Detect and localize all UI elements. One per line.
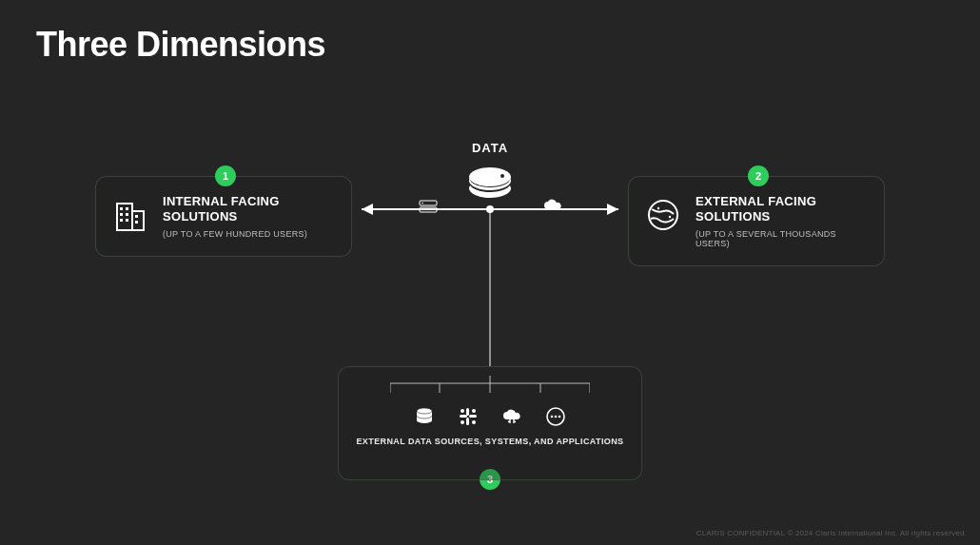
svg-point-9	[469, 167, 511, 186]
svg-rect-24	[135, 221, 138, 224]
footer-copyright: CLARIS CONFIDENTIAL © 2024 Claris Intern…	[696, 529, 967, 537]
svg-point-14	[421, 209, 423, 211]
svg-rect-18	[126, 207, 128, 210]
svg-rect-19	[120, 213, 123, 216]
svg-rect-15	[117, 204, 132, 230]
card-text: EXTERNAL FACING SOLUTIONS (UP TO A SEVER…	[696, 194, 869, 248]
svg-point-41	[559, 416, 561, 418]
svg-point-13	[421, 203, 423, 204]
cloud-icon	[542, 198, 563, 213]
svg-point-10	[500, 174, 504, 178]
svg-rect-21	[120, 219, 123, 222]
svg-point-26	[657, 207, 659, 209]
card-title: INTERNAL FACING SOLUTIONS	[163, 194, 336, 225]
office-building-icon	[111, 196, 149, 234]
bottom-icon-row	[414, 406, 566, 427]
svg-point-40	[555, 416, 558, 418]
dimension-internal: INTERNAL FACING SOLUTIONS (UP TO A FEW H…	[95, 176, 352, 257]
svg-rect-31	[460, 415, 467, 418]
data-label: DATA	[472, 141, 508, 155]
svg-rect-32	[466, 418, 469, 425]
svg-rect-30	[466, 408, 469, 416]
svg-point-37	[472, 420, 476, 424]
badge-1: 1	[215, 165, 236, 186]
svg-point-36	[461, 420, 464, 424]
svg-rect-33	[469, 415, 477, 418]
svg-point-3	[486, 205, 494, 213]
svg-point-25	[649, 201, 677, 229]
svg-point-27	[669, 216, 671, 218]
card-title: EXTERNAL FACING SOLUTIONS	[696, 194, 869, 225]
svg-rect-22	[126, 219, 128, 222]
database-icon	[414, 406, 435, 427]
svg-point-35	[472, 409, 476, 413]
svg-rect-17	[120, 207, 123, 210]
dimension-data-sources: EXTERNAL DATA SOURCES, SYSTEMS, AND APPL…	[338, 366, 642, 480]
globe-icon	[644, 196, 682, 234]
data-storage-icon	[467, 162, 513, 200]
svg-marker-1	[362, 204, 373, 215]
svg-point-34	[461, 409, 464, 413]
card-subtitle: (UP TO A SEVERAL THOUSANDS USERS)	[696, 229, 869, 248]
svg-rect-20	[126, 213, 128, 216]
badge-2: 2	[748, 165, 769, 186]
dimension-external: EXTERNAL FACING SOLUTIONS (UP TO A SEVER…	[628, 176, 885, 266]
server-icon	[419, 200, 438, 213]
svg-point-39	[551, 416, 554, 418]
more-icon	[545, 406, 566, 427]
cloud-sync-icon	[501, 406, 522, 427]
svg-rect-23	[135, 215, 138, 218]
card-text: INTERNAL FACING SOLUTIONS (UP TO A FEW H…	[163, 194, 336, 239]
svg-marker-2	[607, 204, 618, 215]
bottom-card-label: EXTERNAL DATA SOURCES, SYSTEMS, AND APPL…	[356, 437, 623, 446]
card-subtitle: (UP TO A FEW HUNDRED USERS)	[163, 229, 336, 239]
slack-icon	[458, 406, 479, 427]
